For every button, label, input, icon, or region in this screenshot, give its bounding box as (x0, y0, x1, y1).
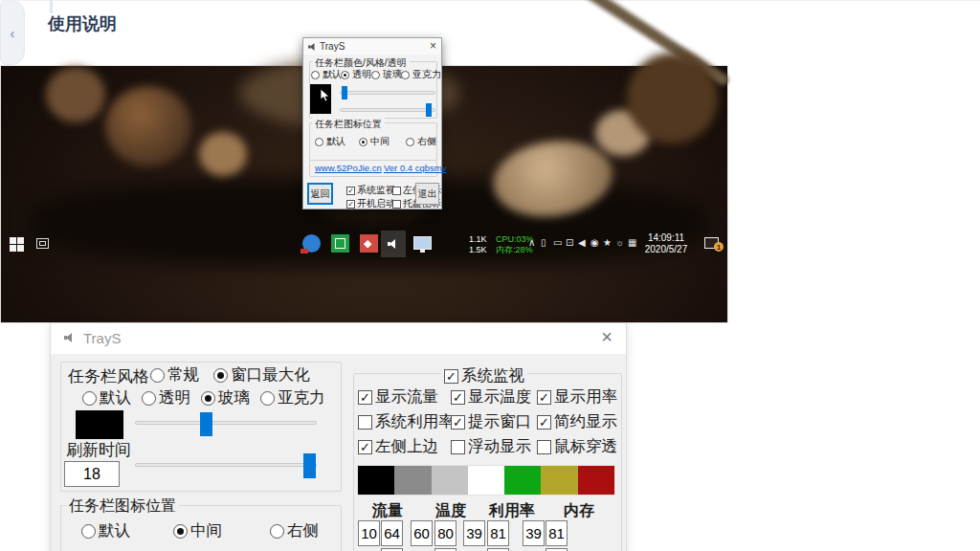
radio-default[interactable]: 默认 (311, 68, 342, 81)
transparency-slider-thumb[interactable] (342, 86, 347, 99)
threshold-input[interactable] (381, 520, 403, 546)
color-slider-thumb[interactable] (303, 453, 316, 478)
radio-glass[interactable]: 玻璃 (201, 387, 250, 408)
radio-acrylic[interactable]: 亚克力 (260, 387, 325, 408)
color-slider-thumb[interactable] (426, 103, 432, 117)
radio-glass[interactable]: 玻璃 (371, 68, 402, 81)
speaker-icon (388, 239, 398, 249)
palette-swatch[interactable] (358, 466, 394, 495)
checkbox-system-utilization[interactable]: 系统利用率 (358, 411, 455, 432)
display-app-icon[interactable] (413, 236, 432, 250)
checkbox-autostart[interactable]: 开机启动 (346, 197, 395, 210)
version-link[interactable]: Ver 0.4 cqbsmv (384, 163, 446, 173)
radio-acrylic[interactable]: 亚克力 (401, 68, 441, 81)
radio-dot (406, 138, 414, 146)
radio-transparent[interactable]: 透明 (142, 387, 190, 408)
transparency-slider-track[interactable] (135, 421, 317, 425)
transparency-slider-thumb[interactable] (200, 412, 212, 436)
radio-dot (401, 71, 410, 79)
task-view-icon[interactable] (36, 238, 49, 249)
column-label-memory: 内存 (564, 501, 594, 521)
color-slider-track[interactable] (340, 108, 435, 112)
palette-swatch[interactable] (468, 466, 504, 495)
radio-default[interactable]: 默认 (82, 387, 131, 408)
palette-swatch[interactable] (541, 466, 577, 495)
radio-window-maximized[interactable]: 窗口最大化 (213, 364, 310, 386)
checkbox-show-traffic[interactable]: 显示流量 (358, 386, 438, 408)
network-display-icon[interactable]: ⊡ (566, 237, 573, 248)
radio-position-right[interactable]: 右侧 (270, 520, 319, 541)
refresh-time-label: 刷新时间 (66, 439, 131, 461)
back-button[interactable]: 返回 (307, 183, 333, 205)
eject-icon[interactable]: ◉ (590, 237, 599, 248)
checkbox-box (537, 440, 551, 454)
threshold-input[interactable] (434, 520, 457, 546)
radio-dot (213, 368, 228, 383)
checkbox-floating-display[interactable]: 浮动显示 (451, 436, 531, 457)
radio-dot (201, 391, 215, 406)
checkbox-left-top[interactable]: 左侧上边 (358, 436, 438, 457)
checkbox-box (392, 200, 401, 209)
radio-position-right[interactable]: 右侧 (406, 135, 436, 148)
color-swatch[interactable] (76, 410, 123, 439)
checkbox-tooltip-window[interactable]: 提示窗口 (451, 411, 531, 432)
taskbar: ◆ 1.1K 1.5K CPU:03% 内存:28% ∧ ▯ ▭ ⊡ ◀ ◉ ★… (0, 230, 728, 258)
trays-app-icon (64, 333, 75, 342)
ime-icon[interactable]: ☼ (615, 237, 624, 248)
radio-dot (341, 71, 349, 79)
checkbox-box (537, 390, 551, 405)
threshold-input[interactable] (463, 520, 485, 546)
threshold-input[interactable] (546, 520, 568, 546)
checkbox-system-monitor[interactable]: 系统监视 (346, 184, 395, 197)
browser-app-icon[interactable] (302, 234, 321, 253)
radio-transparent[interactable]: 透明 (341, 68, 371, 81)
radio-position-default[interactable]: 默认 (81, 520, 130, 541)
page-title: 使用说明 (48, 12, 117, 35)
radio-position-default[interactable]: 默认 (315, 135, 345, 148)
star-icon[interactable]: ★ (603, 237, 612, 248)
checkbox-show-usage[interactable]: 显示用率 (537, 386, 617, 408)
checkbox-system-monitor[interactable]: 系统监视 (441, 365, 527, 386)
radio-dot (142, 391, 156, 406)
radio-dot (270, 524, 284, 539)
red-app-icon[interactable]: ◆ (360, 234, 378, 253)
volume-icon[interactable]: ◀ (578, 237, 586, 248)
threshold-input[interactable] (358, 520, 380, 546)
checkbox-box (346, 187, 355, 195)
net-down-stat: 1.5K (469, 245, 487, 254)
notification-center-icon[interactable]: 1 (704, 237, 719, 249)
column-label-utilization: 利用率 (489, 501, 535, 521)
sidebar-collapse-tab[interactable]: ‹ (0, 0, 25, 65)
start-button-icon[interactable] (10, 237, 24, 252)
radio-dot (81, 524, 96, 539)
threshold-input[interactable] (523, 520, 545, 546)
keyboard-icon[interactable]: ▦ (628, 237, 636, 248)
usb-icon[interactable]: ▭ (553, 237, 562, 248)
phone-icon[interactable]: ▯ (541, 237, 546, 248)
radio-dot (150, 368, 165, 383)
green-app-icon[interactable] (331, 234, 349, 253)
radio-normal[interactable]: 常规 (150, 364, 199, 386)
threshold-input[interactable] (411, 520, 433, 546)
checkbox-show-temperature[interactable]: 显示温度 (451, 386, 531, 408)
radio-position-middle[interactable]: 中间 (173, 520, 222, 541)
checkbox-mouse-through[interactable]: 鼠标穿透 (537, 436, 617, 457)
exit-button[interactable]: 退出 (415, 183, 439, 205)
close-icon[interactable]: × (601, 326, 612, 348)
palette-swatch[interactable] (504, 466, 541, 495)
color-slider-track[interactable] (135, 463, 317, 467)
checkbox-simple-display[interactable]: 简约显示 (537, 411, 617, 432)
clock[interactable]: 14:09:11 2020/5/27 (639, 232, 693, 255)
radio-position-middle[interactable]: 中间 (359, 135, 390, 148)
palette-swatch[interactable] (394, 466, 431, 495)
palette-swatch[interactable] (578, 466, 614, 495)
threshold-input[interactable] (487, 520, 509, 546)
transparency-slider-track[interactable] (340, 91, 435, 95)
color-palette-bar[interactable] (357, 465, 615, 496)
palette-swatch[interactable] (432, 466, 468, 495)
refresh-time-input[interactable] (64, 461, 120, 487)
trays-taskbar-icon[interactable] (381, 231, 406, 257)
chevron-up-icon[interactable]: ∧ (528, 237, 535, 248)
column-label-traffic: 流量 (372, 501, 403, 521)
site-link[interactable]: www.52PoJie.cn (315, 163, 382, 173)
